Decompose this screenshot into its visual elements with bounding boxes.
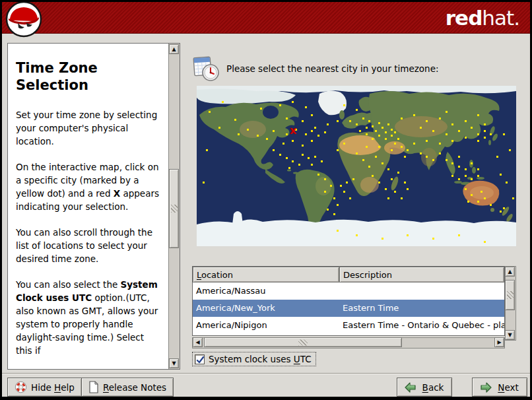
city-dot[interactable] bbox=[279, 104, 281, 106]
city-dot[interactable] bbox=[397, 138, 399, 140]
city-dot[interactable] bbox=[343, 191, 345, 193]
timezone-row[interactable]: America/NipigonEastern Time - Ontario & … bbox=[193, 317, 504, 334]
city-dot[interactable] bbox=[305, 133, 307, 135]
city-dot[interactable] bbox=[356, 109, 358, 111]
city-dot[interactable] bbox=[375, 156, 377, 158]
city-dot[interactable] bbox=[343, 104, 345, 106]
city-dot[interactable] bbox=[391, 135, 393, 137]
city-dot[interactable] bbox=[378, 182, 380, 183]
city-dot[interactable] bbox=[484, 137, 486, 139]
city-dot[interactable] bbox=[401, 117, 403, 119]
city-dot[interactable] bbox=[401, 146, 403, 148]
city-dot[interactable] bbox=[266, 138, 268, 140]
city-dot[interactable] bbox=[247, 129, 249, 131]
city-dot[interactable] bbox=[324, 191, 326, 193]
city-dot[interactable] bbox=[471, 162, 473, 164]
city-dot[interactable] bbox=[314, 156, 316, 158]
city-dot[interactable] bbox=[340, 185, 342, 187]
city-dot[interactable] bbox=[366, 127, 368, 129]
city-dot[interactable] bbox=[385, 131, 387, 133]
city-dot[interactable] bbox=[368, 120, 370, 122]
city-dot[interactable] bbox=[471, 127, 473, 129]
city-dot[interactable] bbox=[346, 182, 348, 183]
city-dot[interactable] bbox=[477, 175, 479, 177]
city-dot[interactable] bbox=[477, 201, 479, 203]
city-dot[interactable] bbox=[465, 120, 467, 122]
city-dot[interactable] bbox=[362, 159, 364, 161]
city-dot[interactable] bbox=[439, 143, 441, 145]
city-dot[interactable] bbox=[446, 159, 448, 161]
city-dot[interactable] bbox=[257, 135, 259, 137]
city-dot[interactable] bbox=[234, 119, 236, 121]
city-dot[interactable] bbox=[218, 127, 220, 129]
city-dot[interactable] bbox=[458, 166, 460, 168]
city-dot[interactable] bbox=[387, 197, 389, 199]
city-dot[interactable] bbox=[394, 143, 396, 145]
city-dot[interactable] bbox=[283, 143, 284, 145]
city-dot[interactable] bbox=[484, 241, 486, 243]
selected-city-marker[interactable]: X bbox=[290, 126, 296, 136]
city-dot[interactable] bbox=[401, 197, 403, 199]
city-dot[interactable] bbox=[477, 168, 479, 170]
city-dot[interactable] bbox=[432, 238, 434, 240]
city-dot[interactable] bbox=[330, 185, 332, 187]
city-dot[interactable] bbox=[387, 123, 389, 125]
city-dot[interactable] bbox=[477, 114, 479, 116]
city-dot[interactable] bbox=[465, 175, 467, 177]
city-dot[interactable] bbox=[484, 130, 486, 132]
city-dot[interactable] bbox=[349, 120, 351, 122]
city-dot[interactable] bbox=[311, 164, 313, 166]
city-dot[interactable] bbox=[372, 175, 374, 177]
city-dot[interactable] bbox=[481, 191, 482, 193]
city-dot[interactable] bbox=[465, 188, 467, 190]
city-dot[interactable] bbox=[387, 168, 389, 170]
city-dot[interactable] bbox=[512, 197, 514, 199]
city-dot[interactable] bbox=[458, 130, 460, 132]
city-dot[interactable] bbox=[467, 201, 469, 203]
table-scrollbar-thumb[interactable] bbox=[505, 280, 515, 310]
city-dot[interactable] bbox=[311, 114, 313, 116]
city-dot[interactable] bbox=[305, 106, 307, 108]
scroll-right-icon[interactable]: ▶ bbox=[494, 337, 504, 347]
city-dot[interactable] bbox=[382, 238, 383, 240]
city-dot[interactable] bbox=[407, 188, 409, 190]
city-dot[interactable] bbox=[413, 114, 415, 116]
city-dot[interactable] bbox=[490, 133, 492, 135]
city-dot[interactable] bbox=[327, 123, 329, 125]
city-dot[interactable] bbox=[484, 197, 486, 199]
city-dot[interactable] bbox=[302, 145, 304, 147]
city-dot[interactable] bbox=[273, 130, 275, 132]
city-dot[interactable] bbox=[458, 156, 460, 158]
city-dot[interactable] bbox=[368, 166, 370, 168]
city-dot[interactable] bbox=[286, 157, 288, 159]
city-dot[interactable] bbox=[337, 120, 339, 122]
city-dot[interactable] bbox=[477, 133, 479, 135]
city-dot[interactable] bbox=[343, 143, 345, 145]
city-dot[interactable] bbox=[451, 162, 453, 164]
help-scrollbar-thumb[interactable] bbox=[169, 169, 179, 248]
city-dot[interactable] bbox=[302, 120, 304, 122]
city-dot[interactable] bbox=[372, 125, 374, 127]
city-dot[interactable] bbox=[471, 194, 473, 196]
city-dot[interactable] bbox=[327, 209, 329, 211]
city-dot[interactable] bbox=[391, 178, 393, 180]
city-dot[interactable] bbox=[407, 234, 409, 236]
city-dot[interactable] bbox=[503, 207, 505, 209]
city-dot[interactable] bbox=[324, 178, 326, 180]
city-dot[interactable] bbox=[420, 127, 422, 129]
city-dot[interactable] bbox=[366, 146, 368, 148]
city-dot[interactable] bbox=[203, 182, 205, 183]
city-dot[interactable] bbox=[238, 133, 240, 135]
city-dot[interactable] bbox=[397, 172, 399, 174]
city-dot[interactable] bbox=[298, 164, 300, 166]
city-dot[interactable] bbox=[407, 149, 409, 151]
city-dot[interactable] bbox=[349, 197, 351, 199]
city-dot[interactable] bbox=[439, 152, 441, 154]
hide-help-button[interactable]: Hide Help bbox=[7, 378, 82, 397]
city-dot[interactable] bbox=[292, 160, 294, 162]
city-dot[interactable] bbox=[426, 120, 428, 122]
scroll-up-icon[interactable]: ▲ bbox=[505, 267, 515, 277]
city-dot[interactable] bbox=[378, 135, 380, 137]
city-dot[interactable] bbox=[500, 174, 502, 176]
city-dot[interactable] bbox=[378, 146, 380, 148]
